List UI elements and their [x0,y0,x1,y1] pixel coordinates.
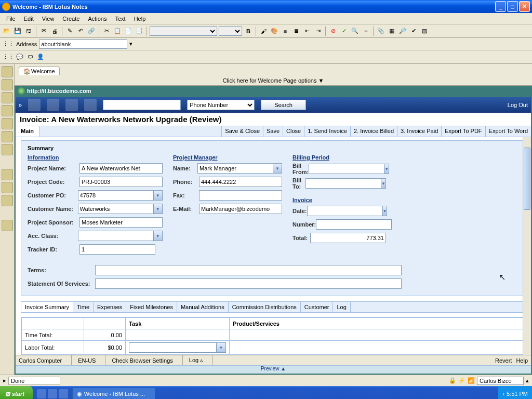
close-button[interactable]: ✕ [519,1,530,12]
welcome-options-bar[interactable]: Click here for Welcome Page options ▼ [15,75,532,86]
acc-class-input[interactable] [78,231,154,241]
tab-welcome[interactable]: 🏠 Welcome [19,66,60,75]
undo-icon[interactable]: ↶ [76,26,85,36]
pm-email-input[interactable] [199,204,282,214]
status-help[interactable]: Help [516,357,528,364]
sidebar-contacts-icon[interactable] [2,92,13,103]
bold-icon[interactable]: B [244,26,253,36]
font-select[interactable] [150,26,217,36]
pm-name-input[interactable] [197,163,273,174]
quick-desktop-icon[interactable] [48,389,57,398]
bill-to-input[interactable] [305,178,381,189]
nav-icon-4[interactable] [84,99,97,111]
expand-icon[interactable]: » [19,102,22,108]
inv-date-picker[interactable]: ▼ [383,206,388,216]
print-icon[interactable]: 🖨 [50,26,59,36]
sidebar-todo-icon[interactable] [2,105,13,116]
subtab-commission[interactable]: Commission Distributions [229,302,301,312]
quick-mail-icon[interactable] [59,389,68,398]
cancel-icon[interactable]: ⊘ [328,26,338,36]
dropdown-icon[interactable]: ▾ [129,41,132,47]
tracker-input[interactable] [79,244,155,255]
pm-phone-input[interactable] [199,177,282,187]
action-export-pdf[interactable]: Export To PDF [441,126,485,137]
sidebar-folder-icon[interactable] [2,195,13,206]
find-icon[interactable]: 🔎 [398,26,407,36]
action-invoice-billed[interactable]: 2. Invoice Billed [350,126,397,137]
subtab-time[interactable]: Time [73,302,94,312]
menu-view[interactable]: View [38,15,58,23]
status-check-browser[interactable]: Check Browser Settings [112,355,182,365]
nav-icon-3[interactable] [65,99,78,111]
clip-icon[interactable]: 📎 [376,26,385,36]
subtab-customer[interactable]: Customer [301,302,334,312]
brush-icon[interactable]: 🖌 [259,26,268,36]
menu-edit[interactable]: Edit [20,15,37,23]
search-type-select[interactable]: Phone Number [187,100,255,110]
table-icon[interactable]: ▦ [387,26,396,36]
menu-text[interactable]: Text [111,15,129,23]
project-name-input[interactable] [79,163,163,174]
sidebar-app-icon[interactable] [2,131,13,142]
cut-icon[interactable]: ✂ [102,26,111,36]
sponsor-input[interactable] [79,217,163,228]
sidebar-fav-icon[interactable] [2,169,13,180]
customer-name-input[interactable] [78,204,154,214]
quick-ie-icon[interactable] [37,389,46,398]
menu-file[interactable]: File [3,15,19,23]
bill-from-input[interactable] [309,164,384,174]
customer-po-input[interactable] [78,190,154,201]
menu-create[interactable]: Create [59,15,83,23]
sidebar-calendar-icon[interactable] [2,79,13,90]
outdent-icon[interactable]: ⇤ [302,26,312,36]
inv-date-input[interactable] [307,206,383,216]
handle-icon[interactable]: ⋮⋮ [3,41,14,47]
action-send-invoice[interactable]: 1. Send Invoice [304,126,350,137]
chat-icon[interactable]: 💬 [15,52,24,62]
size-select[interactable] [219,26,242,36]
list-icon[interactable]: ≡ [281,26,290,36]
action-save[interactable]: Save [263,126,283,137]
zoom-icon[interactable]: 🔍 [350,26,360,36]
bill-to-picker[interactable]: ▼ [381,178,386,189]
logout-link[interactable]: Log Out [508,102,528,108]
tray-icon[interactable]: ‹ [502,391,504,397]
project-code-input[interactable] [79,177,163,187]
paste2-icon[interactable]: 📑 [135,26,144,36]
numlist-icon[interactable]: ≣ [291,26,301,36]
subtab-manual-additions[interactable]: Manual Additions [177,302,229,312]
indent-icon[interactable]: ⇥ [313,26,323,36]
inv-number-input[interactable] [316,219,392,230]
scrollbar-vertical[interactable] [523,137,531,355]
status-revert[interactable]: Revert [495,357,512,364]
pm-fax-input[interactable] [199,190,282,201]
subtab-fixed-milestones[interactable]: Fixed Milestones [126,302,177,312]
address-input[interactable] [39,39,127,49]
handle-icon[interactable]: ⋮⋮ [3,54,14,60]
person-icon[interactable]: 👤 [36,52,45,62]
nav-icon-2[interactable] [47,99,59,111]
labor-task-picker[interactable]: ▼ [217,342,226,353]
highlight-icon[interactable]: ▧ [420,26,429,36]
plus-icon[interactable]: ＋ [361,26,370,36]
scroll-thumb[interactable] [524,148,530,210]
signal-icon[interactable]: 📶 [468,377,475,384]
sidebar-world-icon[interactable] [2,144,13,155]
action-export-word[interactable]: Export To Word [485,126,531,137]
status-icon[interactable]: 🔒 [449,377,456,384]
ok-icon[interactable]: ✓ [339,26,349,36]
tab-main[interactable]: Main [16,126,39,137]
action-invoice-paid[interactable]: 3. Invoice Paid [397,126,441,137]
sidebar-trash-icon[interactable] [2,220,13,231]
search-input[interactable] [103,100,181,110]
status-icon-2[interactable]: ⚡ [458,377,466,384]
sidebar-doc-icon[interactable] [2,182,13,193]
link-icon[interactable]: 🔗 [87,26,96,36]
action-close[interactable]: Close [283,126,304,137]
search-button[interactable]: Search [261,100,306,110]
save-icon-2[interactable]: 🖫 [24,26,33,36]
labor-task-input[interactable] [129,342,217,353]
save-icon[interactable]: 💾 [13,26,22,36]
subtab-expenses[interactable]: Expenses [94,302,126,312]
spell-icon[interactable]: ✔ [409,26,418,36]
